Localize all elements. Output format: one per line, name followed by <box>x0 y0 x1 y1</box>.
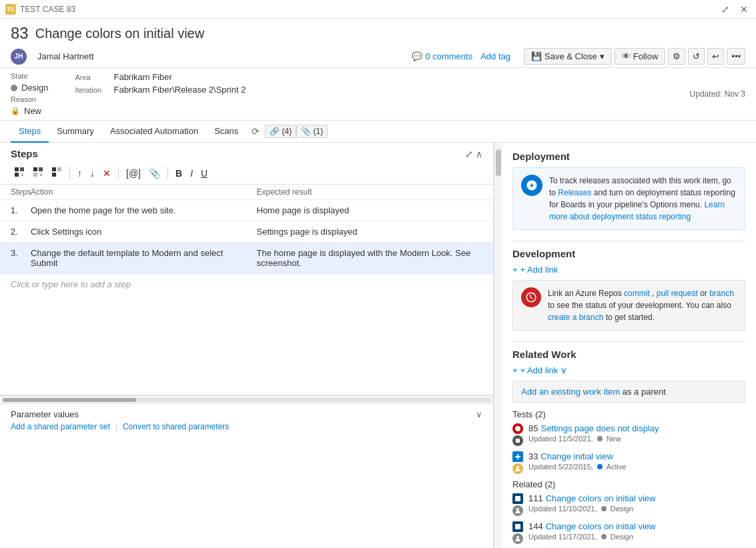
wi-name-link[interactable]: Change colors on initial view <box>546 521 656 531</box>
state-value-row: Design <box>11 83 48 93</box>
table-row: 1. Open the home page for the web site. … <box>0 200 493 221</box>
wi-name-link[interactable]: Settings page does not display <box>540 423 659 433</box>
expand-icon[interactable]: ⤢ <box>465 149 473 159</box>
wi-avatar-icon <box>512 505 523 516</box>
dev-link-text: Link an Azure Repos commit , pull reques… <box>548 287 737 323</box>
steps-scrollbar-thumb[interactable] <box>496 149 501 176</box>
tab-steps[interactable]: Steps <box>11 121 49 143</box>
convert-shared-link[interactable]: Convert to shared parameters <box>123 422 229 431</box>
step-action[interactable]: Change the default template to Modern an… <box>31 248 257 268</box>
list-item: 144 Change colors on initial view Update… <box>512 521 745 544</box>
expand-button[interactable]: ⤢ <box>719 3 732 16</box>
step-action[interactable]: Open the home page for the web site. <box>31 205 257 215</box>
param-links: Add a shared parameter set | Convert to … <box>11 422 482 431</box>
step-action[interactable]: Click Settings icon <box>31 227 257 237</box>
development-section: Development + + Add link Link an Azure R… <box>512 248 745 331</box>
iteration-value[interactable]: Fabrikam Fiber\Release 2\Sprint 2 <box>113 85 246 95</box>
related-add-link-btn[interactable]: + + Add link ∨ <box>512 365 745 375</box>
area-row: Area Fabrikam Fiber <box>75 72 246 82</box>
close-button[interactable]: ✕ <box>737 3 751 16</box>
svg-rect-10 <box>52 173 56 177</box>
tab-scans[interactable]: Scans <box>206 121 246 143</box>
step-expected[interactable]: Settings page is displayed <box>257 227 483 237</box>
bold-btn[interactable]: B <box>172 166 185 181</box>
dev-add-link-btn[interactable]: + + Add link <box>512 265 745 275</box>
steps-table-header: Steps Action Expected result <box>0 185 493 200</box>
divider2 <box>512 341 745 342</box>
delete-step-btn[interactable] <box>48 165 65 181</box>
attach-btn[interactable]: 📎 <box>145 166 163 181</box>
step-expected[interactable]: The home page is displayed with the Mode… <box>257 248 483 268</box>
collapse-icon[interactable]: ∧ <box>476 149 482 159</box>
state-indicator <box>11 85 17 91</box>
svg-rect-14 <box>517 454 518 459</box>
move-up-btn[interactable]: ↑ <box>74 166 85 181</box>
create-branch-link[interactable]: create a branch <box>548 313 603 322</box>
add-shared-param-link[interactable]: Add a shared parameter set <box>11 422 110 431</box>
wi-name-link[interactable]: Change initial view <box>540 451 613 461</box>
wi-meta: Updated 11/10/2021, Design <box>528 505 655 513</box>
insert-param-btn[interactable]: [@] <box>123 166 144 181</box>
tab-automation[interactable]: Associated Automation <box>102 121 206 143</box>
italic-btn[interactable]: I <box>187 166 196 181</box>
step-expected[interactable]: Home page is displayed <box>257 205 483 215</box>
svg-rect-18 <box>515 524 520 529</box>
add-tag-link[interactable]: Add tag <box>480 51 510 61</box>
title-bar-left: TC TEST CASE 83 <box>5 4 75 15</box>
reason-value-row: 🔒 New <box>11 106 48 116</box>
attachments-tab-btn[interactable]: 📎 (1) <box>296 125 328 138</box>
param-chevron[interactable]: ∨ <box>476 409 482 419</box>
reason-value[interactable]: New <box>24 106 41 116</box>
wi-meta: Updated 11/5/2021, New <box>528 435 659 443</box>
scrollbar-thumb[interactable] <box>3 398 136 402</box>
list-item: 33 Change initial view Updated 5/22/2015… <box>512 451 745 474</box>
follow-button[interactable]: 👁 Follow <box>615 48 666 65</box>
releases-link[interactable]: Releases <box>558 188 591 197</box>
undo-button[interactable]: ↩ <box>707 48 724 65</box>
underline-btn[interactable]: U <box>198 166 211 181</box>
test-case-icon <box>512 493 523 504</box>
wi-name-link[interactable]: Change colors on initial view <box>546 493 656 503</box>
steps-title: Steps <box>11 148 38 159</box>
add-step-btn[interactable]: + <box>11 165 28 181</box>
svg-point-17 <box>516 508 519 511</box>
related-label: Related (2) <box>512 479 745 489</box>
commit-link[interactable]: commit <box>624 289 650 298</box>
svg-rect-4 <box>33 167 37 171</box>
col-steps: Steps <box>11 187 31 197</box>
eye-icon: 👁 <box>622 51 631 61</box>
refresh-button[interactable]: ↺ <box>688 48 705 65</box>
move-down-btn[interactable]: ↓ <box>87 166 98 181</box>
add-step-placeholder[interactable]: Click or type here to add a step <box>0 274 493 295</box>
state-value[interactable]: Design <box>21 83 48 93</box>
task-icon <box>512 451 523 462</box>
pull-request-link[interactable]: pull request <box>657 289 698 298</box>
wi-meta: Updated 11/17/2021, Design <box>528 533 655 541</box>
horizontal-scrollbar[interactable] <box>0 395 493 403</box>
steps-scrollbar-vertical[interactable] <box>494 143 502 548</box>
add-existing-work-item-link[interactable]: Add an existing work item <box>521 387 620 397</box>
save-close-button[interactable]: 💾 Save & Close ▾ <box>524 48 612 65</box>
settings-button[interactable]: ⚙ <box>668 48 685 65</box>
history-tab-btn[interactable]: ⟳ <box>246 122 265 141</box>
insert-step-btn[interactable]: + <box>29 165 47 181</box>
branch-link[interactable]: branch <box>709 289 734 298</box>
more-button[interactable]: ••• <box>727 48 745 65</box>
steps-panel-header: Steps ⤢ ∧ <box>0 143 493 162</box>
links-tab-btn[interactable]: 🔗 (4) <box>265 125 296 138</box>
scrollbar-track[interactable] <box>3 398 490 402</box>
tab-summary[interactable]: Summary <box>49 121 102 143</box>
svg-rect-5 <box>39 167 43 171</box>
deployment-title: Deployment <box>512 151 745 162</box>
main-content: Steps ⤢ ∧ + + ↑ ↓ ✕ [@] 📎 B <box>0 143 756 548</box>
area-value[interactable]: Fabrikam Fiber <box>113 72 171 82</box>
delete-btn[interactable]: ✕ <box>99 166 114 181</box>
wi-id: 111 <box>528 493 543 503</box>
param-values-title: Parameter values <box>11 409 79 419</box>
work-item-title: Change colors on initial view <box>35 26 204 41</box>
wi-title-row: 85 Settings page does not display <box>528 423 659 433</box>
author-avatar: JH <box>11 49 27 65</box>
meta-row: JH Jamal Hartnett 💬 0 comments Add tag 💾… <box>11 48 745 65</box>
work-item-header: 83 Change colors on initial view JH Jama… <box>0 19 756 68</box>
comments-link[interactable]: 💬 0 comments <box>412 51 472 61</box>
